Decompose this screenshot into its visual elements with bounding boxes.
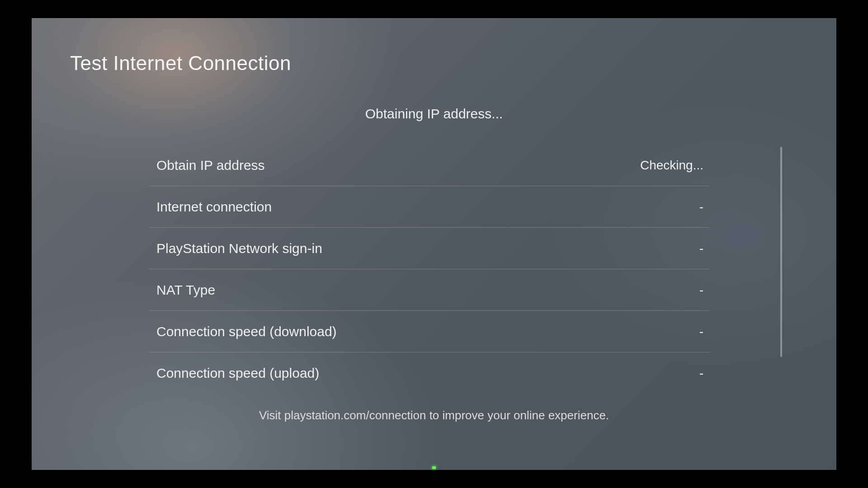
test-row-psn-signin: PlayStation Network sign-in - (149, 228, 710, 269)
status-message: Obtaining IP address... (32, 106, 836, 122)
page-title: Test Internet Connection (70, 52, 291, 75)
test-value: - (699, 366, 706, 380)
test-row-nat-type: NAT Type - (149, 269, 710, 311)
test-label: Connection speed (download) (156, 324, 337, 339)
test-row-download-speed: Connection speed (download) - (149, 311, 710, 352)
test-label: PlayStation Network sign-in (156, 241, 322, 256)
scrollbar[interactable] (780, 147, 782, 357)
test-value: - (699, 283, 706, 297)
test-results-list: Obtain IP address Checking... Internet c… (149, 145, 710, 394)
test-label: Connection speed (upload) (156, 366, 319, 381)
test-value: - (699, 200, 706, 214)
network-test-screen: Test Internet Connection Obtaining IP ad… (32, 18, 836, 470)
test-label: Obtain IP address (156, 158, 265, 173)
power-led-icon (432, 466, 436, 469)
test-value: Checking... (640, 158, 706, 173)
test-label: Internet connection (156, 199, 272, 215)
test-label: NAT Type (156, 282, 215, 298)
test-value: - (699, 324, 706, 339)
test-row-internet-connection: Internet connection - (149, 186, 710, 228)
footer-hint: Visit playstation.com/connection to impr… (32, 408, 836, 422)
test-value: - (699, 241, 706, 256)
test-row-obtain-ip: Obtain IP address Checking... (149, 145, 710, 186)
test-row-upload-speed: Connection speed (upload) - (149, 352, 710, 394)
